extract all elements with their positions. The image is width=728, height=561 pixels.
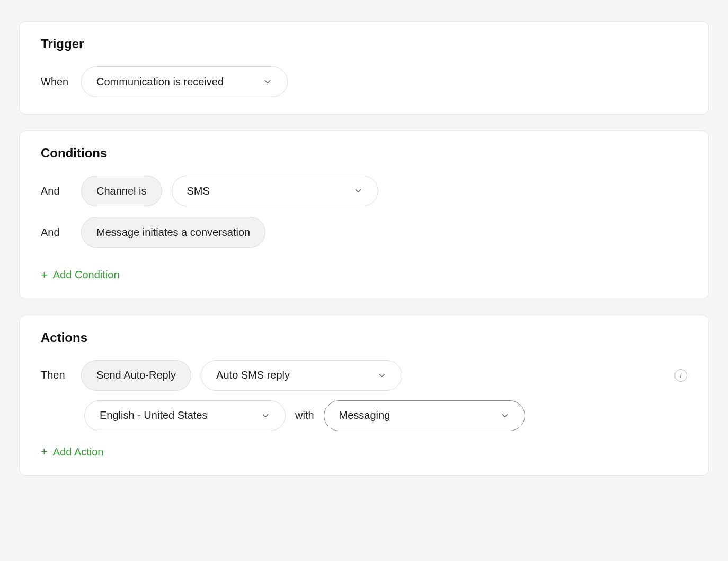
trigger-card: Trigger When Communication is received [19,21,709,115]
condition-row-0: And Channel is SMS [41,176,687,206]
chevron-down-icon [377,371,387,380]
condition-field-label-1: Message initiates a conversation [96,226,250,239]
condition-field-pill-1[interactable]: Message initiates a conversation [81,217,265,248]
trigger-title: Trigger [41,37,687,51]
add-action-label: Add Action [53,446,104,458]
conditions-title: Conditions [41,146,687,161]
action-language-select[interactable]: English - United States [84,400,286,431]
action-row-line2: English - United States with Messaging [84,400,687,431]
chevron-down-icon [261,411,270,420]
plus-icon: + [41,269,48,281]
actions-card: Actions Then Send Auto-Reply Auto SMS re… [19,315,709,476]
action-template-value: Auto SMS reply [216,369,290,381]
chevron-down-icon [500,411,510,420]
info-icon[interactable]: i [674,369,687,382]
add-condition-label: Add Condition [53,269,120,281]
condition-operator-0: And [41,185,72,197]
conditions-card: Conditions And Channel is SMS And Messag… [19,130,709,299]
with-label: with [295,409,314,422]
chevron-down-icon [263,77,272,86]
condition-value-0: SMS [187,185,210,197]
plus-icon: + [41,446,48,458]
add-action-button[interactable]: + Add Action [41,446,103,458]
trigger-when-value: Communication is received [96,76,224,88]
add-condition-button[interactable]: + Add Condition [41,269,120,281]
actions-title: Actions [41,330,687,345]
when-label: When [41,76,72,88]
action-channel-select[interactable]: Messaging [324,400,525,431]
condition-value-select-0[interactable]: SMS [172,176,378,206]
action-channel-value: Messaging [339,409,390,422]
trigger-row: When Communication is received [41,66,687,97]
trigger-when-select[interactable]: Communication is received [81,66,288,97]
then-label: Then [41,369,72,381]
condition-row-1: And Message initiates a conversation [41,217,687,248]
condition-field-pill-0[interactable]: Channel is [81,176,162,206]
chevron-down-icon [353,186,363,196]
action-type-label: Send Auto-Reply [96,369,176,381]
condition-field-label-0: Channel is [96,185,147,197]
action-template-select[interactable]: Auto SMS reply [201,360,402,391]
action-language-value: English - United States [100,409,207,422]
action-type-pill[interactable]: Send Auto-Reply [81,360,191,391]
condition-operator-1: And [41,226,72,239]
action-row: Then Send Auto-Reply Auto SMS reply i [41,360,687,391]
